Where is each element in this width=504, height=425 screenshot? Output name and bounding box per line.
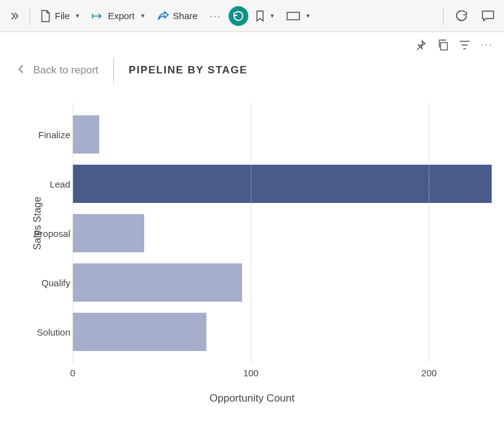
x-tick-labels: 0100200 xyxy=(73,368,500,382)
refresh-icon xyxy=(456,10,467,22)
bookmarks-menu-button[interactable]: ▾ xyxy=(251,7,279,25)
category-label: Lead xyxy=(30,164,70,204)
ellipsis-icon: ··· xyxy=(210,10,222,21)
page-title: Pipeline by Stage xyxy=(129,64,248,76)
view-menu-button[interactable]: ▾ xyxy=(282,8,315,24)
reset-icon xyxy=(229,6,248,26)
more-menu-button[interactable]: ··· xyxy=(205,7,227,25)
toolbar-separator xyxy=(443,7,444,25)
comment-icon xyxy=(482,10,494,22)
bar[interactable] xyxy=(73,313,206,351)
bar-row xyxy=(73,164,500,204)
bar-row xyxy=(73,115,500,154)
x-axis-title: Opportunity Count xyxy=(209,392,295,405)
svg-rect-1 xyxy=(441,43,447,50)
app-toolbar: File ▾ Export ▾ Share ··· ▾ ▾ xyxy=(0,0,504,32)
chevron-double-right-icon xyxy=(10,11,20,21)
breadcrumb: Back to report Pipeline by Stage xyxy=(0,54,504,91)
share-icon xyxy=(157,10,169,22)
file-menu-button[interactable]: File ▾ xyxy=(35,6,84,26)
bar-row xyxy=(73,213,500,253)
bookmark-icon xyxy=(256,10,264,22)
svg-rect-0 xyxy=(287,12,299,20)
category-labels: FinalizeLeadProposalQualifySolution xyxy=(30,104,70,363)
x-tick-label: 100 xyxy=(243,368,259,378)
pin-visual-button[interactable] xyxy=(415,39,426,51)
visual-action-bar: ··· xyxy=(0,32,504,54)
bar-row xyxy=(73,312,500,352)
bar[interactable] xyxy=(73,263,242,302)
export-menu-button[interactable]: Export ▾ xyxy=(87,7,149,25)
category-label: Qualify xyxy=(30,263,70,302)
chevron-left-icon xyxy=(17,64,25,78)
plot-area xyxy=(73,104,500,363)
category-label: Proposal xyxy=(30,213,70,253)
bar-row xyxy=(73,263,500,302)
gridline xyxy=(429,104,429,363)
export-icon xyxy=(92,11,104,21)
copy-visual-button[interactable] xyxy=(437,39,448,51)
bars-layer xyxy=(73,104,500,363)
category-label: Solution xyxy=(30,312,70,352)
x-tick-label: 0 xyxy=(70,368,75,378)
more-options-button[interactable]: ··· xyxy=(481,39,493,51)
bar[interactable] xyxy=(73,214,144,252)
back-label: Back to report xyxy=(33,64,99,76)
bar[interactable] xyxy=(73,115,99,154)
x-tick-label: 200 xyxy=(421,368,437,378)
toolbar-separator xyxy=(30,7,30,25)
file-icon xyxy=(40,10,51,22)
share-button[interactable]: Share xyxy=(152,7,203,25)
share-button-label: Share xyxy=(173,10,198,21)
category-label: Finalize xyxy=(30,115,70,154)
comments-button[interactable] xyxy=(477,7,499,25)
chevron-down-icon: ▾ xyxy=(306,12,310,20)
view-rectangle-icon xyxy=(287,12,300,20)
chevron-down-icon: ▾ xyxy=(270,12,274,20)
filter-visual-button[interactable] xyxy=(459,40,470,50)
refresh-button[interactable] xyxy=(451,7,472,25)
expand-ribbon-button[interactable] xyxy=(5,7,25,25)
reset-button[interactable] xyxy=(229,6,248,26)
breadcrumb-separator xyxy=(113,58,114,83)
file-menu-label: File xyxy=(55,10,70,21)
chevron-down-icon: ▾ xyxy=(141,12,145,20)
back-to-report-button[interactable]: Back to report xyxy=(17,64,99,78)
chart-container: Sales Stage FinalizeLeadProposalQualifyS… xyxy=(0,91,504,406)
export-menu-label: Export xyxy=(108,10,134,21)
gridline xyxy=(73,104,73,363)
chevron-down-icon: ▾ xyxy=(76,12,79,20)
gridline xyxy=(251,104,251,363)
